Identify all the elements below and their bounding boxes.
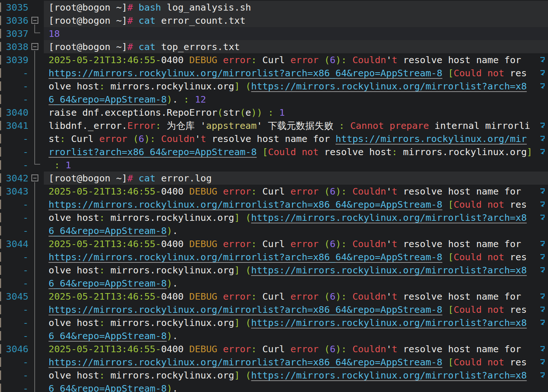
terminal-row: -https://mirrors.rockylinux.org/mirrorli… bbox=[0, 198, 548, 211]
url-link[interactable]: https://mirrors.rockylinux.org/mirrorlis… bbox=[251, 81, 527, 92]
text-segment: ): bbox=[336, 54, 347, 65]
url-link[interactable]: https://mirrors.rockylinux.org/mirrorlis… bbox=[49, 68, 442, 78]
text-segment: ( bbox=[245, 81, 251, 92]
text-segment: res bbox=[504, 357, 527, 368]
fold-guide-line bbox=[34, 303, 35, 316]
text-segment: : bbox=[54, 160, 60, 170]
terminal-output[interactable]: 3035[root@bogon ~]# bash log_analysis.sh… bbox=[0, 0, 548, 392]
text-segment: 1 bbox=[65, 160, 71, 170]
text-segment: resolve host name for bbox=[397, 54, 526, 65]
text-segment: 6 bbox=[330, 291, 336, 302]
wrap-indicator: - bbox=[0, 250, 28, 264]
text-segment: t bbox=[392, 186, 397, 197]
text-segment: Couldn bbox=[352, 238, 386, 249]
terminal-row: 30452025-05-21T13:46:55-0400 DEBUG error… bbox=[0, 290, 548, 303]
terminal-row: -https://mirrors.rockylinux.org/mirrorli… bbox=[0, 66, 548, 80]
text-segment: cat bbox=[139, 41, 156, 52]
line-number: 3039 bbox=[0, 53, 28, 66]
fold-guide-line bbox=[34, 106, 35, 119]
text-segment: str bbox=[223, 107, 240, 118]
wrap-indicator: - bbox=[0, 66, 28, 80]
url-link[interactable]: 6_64&repo=AppStream-8 bbox=[49, 225, 167, 236]
url-link[interactable]: rrorlist?arch=x86_64&repo=AppStream-8 bbox=[49, 146, 257, 157]
text-segment bbox=[60, 160, 65, 170]
text-segment: olve host bbox=[49, 81, 99, 92]
fold-guide-line bbox=[34, 277, 35, 290]
text-segment: DEBUG bbox=[189, 291, 223, 302]
text-segment: ] bbox=[234, 265, 240, 276]
terminal-text: 6_64&repo=AppStream-8). bbox=[49, 329, 178, 342]
fold-column bbox=[31, 329, 42, 342]
wrap-indicator: - bbox=[0, 158, 28, 172]
text-segment: : bbox=[99, 81, 105, 92]
text-segment: ( bbox=[245, 212, 251, 223]
url-link[interactable]: https://mirrors.rockylinux.org/mirrorlis… bbox=[49, 251, 442, 262]
url-link[interactable]: https://mirrors.rockylinux.org/mirrorlis… bbox=[49, 357, 442, 368]
fold-guide-line bbox=[34, 369, 35, 382]
terminal-text: https://mirrors.rockylinux.org/mirrorlis… bbox=[49, 250, 527, 264]
url-link[interactable]: https://mirrors.rockylinux.org/mir bbox=[336, 133, 527, 144]
text-segment bbox=[345, 120, 350, 131]
url-link[interactable]: https://mirrors.rockylinux.org/mirrorlis… bbox=[251, 212, 527, 223]
fold-column bbox=[31, 27, 42, 40]
text-segment: [ bbox=[448, 251, 453, 262]
url-link[interactable]: 6_64&repo=AppStream-8 bbox=[49, 94, 167, 105]
text-segment: 6 bbox=[330, 186, 336, 197]
url-link[interactable]: https://mirrors.rockylinux.org/mirrorlis… bbox=[49, 304, 442, 315]
text-segment: 0400 bbox=[161, 186, 189, 197]
text-segment: DEBUG bbox=[189, 343, 223, 354]
wrap-arrow-icon bbox=[539, 56, 545, 64]
url-link[interactable]: 6_64&repo=AppStream-8 bbox=[49, 330, 167, 341]
url-link[interactable]: https://mirrors.rockylinux.org/mirrorlis… bbox=[251, 370, 527, 381]
text-segment bbox=[347, 343, 352, 354]
url-link[interactable]: 6_64&repo=AppStream-8 bbox=[49, 278, 167, 289]
text-segment: error bbox=[291, 54, 319, 65]
url-link[interactable]: https://mirrors.rockylinux.org/mirrorlis… bbox=[251, 317, 527, 328]
text-segment: 下载元数据失败 bbox=[262, 120, 339, 131]
wrap-indicator: - bbox=[0, 382, 28, 392]
line-number: 3043 bbox=[0, 185, 28, 198]
fold-toggle-icon[interactable] bbox=[31, 17, 38, 24]
fold-column bbox=[31, 93, 42, 106]
wrap-indicator: - bbox=[0, 198, 28, 211]
fold-column bbox=[31, 172, 42, 185]
url-link[interactable]: https://mirrors.rockylinux.org/mirrorlis… bbox=[251, 265, 527, 276]
terminal-row: -olve host: mirrors.rockylinux.org] (htt… bbox=[0, 369, 548, 382]
terminal-row: 30462025-05-21T13:46:55-0400 DEBUG error… bbox=[0, 342, 548, 356]
terminal-text: 2025-05-21T13:46:55-0400 DEBUG error: Cu… bbox=[49, 342, 527, 356]
text-segment bbox=[133, 173, 138, 184]
text-segment: olve host bbox=[49, 265, 99, 276]
text-segment bbox=[240, 265, 245, 276]
terminal-row: -https://mirrors.rockylinux.org/mirrorli… bbox=[0, 356, 548, 369]
fold-toggle-icon[interactable] bbox=[31, 174, 38, 181]
line-number: 3045 bbox=[0, 290, 28, 303]
text-segment: : bbox=[251, 238, 257, 249]
text-segment bbox=[240, 370, 245, 381]
text-segment: 12 bbox=[195, 94, 206, 105]
terminal-row: 3036[root@bogon ~]# cat error_count.txt bbox=[0, 14, 548, 27]
url-link[interactable]: https://mirrors.rockylinux.org/mirrorlis… bbox=[49, 199, 442, 210]
text-segment: mirrors.rockylinux.org bbox=[397, 146, 526, 157]
fold-toggle-icon[interactable] bbox=[31, 43, 38, 50]
fold-column bbox=[31, 290, 42, 303]
text-segment: olve host bbox=[49, 370, 99, 381]
terminal-text: olve host: mirrors.rockylinux.org] (http… bbox=[49, 80, 527, 93]
wrap-arrow-icon bbox=[539, 345, 545, 353]
text-segment: Could not bbox=[453, 68, 504, 78]
text-segment bbox=[319, 291, 324, 302]
text-segment: ' bbox=[386, 238, 392, 249]
text-segment bbox=[257, 146, 262, 157]
text-segment: t bbox=[200, 133, 206, 144]
text-segment: )) bbox=[251, 107, 262, 118]
text-segment: resolve host bbox=[319, 146, 392, 157]
line-number: 3040 bbox=[0, 106, 28, 119]
text-segment: # bbox=[127, 41, 133, 52]
fold-column bbox=[31, 1, 42, 14]
wrap-arrow-icon bbox=[539, 69, 545, 77]
text-segment: # bbox=[127, 15, 133, 26]
wrap-arrow-icon bbox=[539, 200, 545, 208]
url-link[interactable]: 6_64&repo=AppStream-8 bbox=[49, 383, 167, 392]
text-segment: [ bbox=[262, 146, 268, 157]
wrap-arrow-icon bbox=[539, 122, 545, 130]
text-segment: 0400 bbox=[161, 291, 189, 302]
